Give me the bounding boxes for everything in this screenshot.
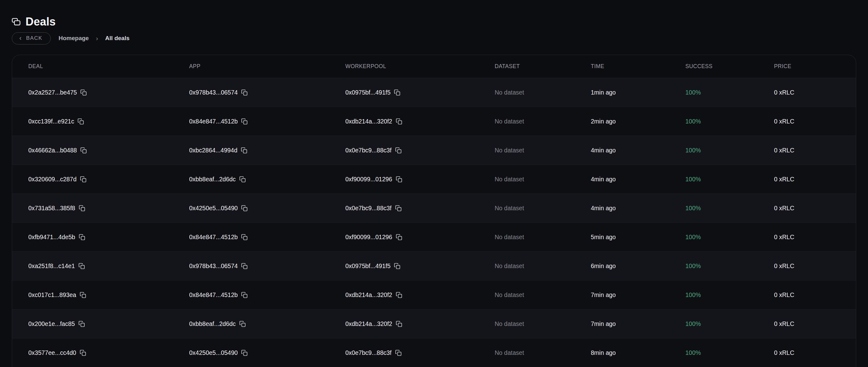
breadcrumb-separator: › <box>96 35 98 42</box>
copy-icon[interactable] <box>79 320 85 327</box>
workerpool-cell: 0xf90099...01296 <box>345 234 495 241</box>
copy-icon[interactable] <box>396 320 402 327</box>
workerpool-cell: 0x0975bf...491f5 <box>345 263 495 270</box>
workerpool-hash-link[interactable]: 0xdb214a...320f2 <box>345 118 392 125</box>
time-cell: 8min ago <box>591 349 685 357</box>
deal-cell: 0xc017c1...893ea <box>28 292 189 299</box>
copy-icon[interactable] <box>241 205 248 212</box>
copy-icon[interactable] <box>396 118 402 125</box>
copy-icon[interactable] <box>78 118 84 125</box>
copy-icon[interactable] <box>79 234 85 240</box>
nav-row: BACK Homepage › All deals <box>12 32 856 44</box>
copy-icon[interactable] <box>394 89 400 96</box>
app-hash-link[interactable]: 0x84e847...4512b <box>189 292 238 299</box>
table-row[interactable]: 0x46662a...b0488 0xbc2864...4994d 0x0e7b… <box>12 135 856 164</box>
copy-icon[interactable] <box>395 205 402 212</box>
copy-icon[interactable] <box>241 349 248 356</box>
deal-hash-link[interactable]: 0x2a2527...be475 <box>28 89 77 96</box>
price-cell: 0 xRLC <box>774 176 856 183</box>
copy-icon[interactable] <box>79 205 85 212</box>
breadcrumb-all-deals: All deals <box>105 35 129 42</box>
table-row[interactable]: 0x731a58...385f8 0x4250e5...05490 0x0e7b… <box>12 193 856 222</box>
price-cell: 0 xRLC <box>774 234 856 241</box>
table-row[interactable]: 0x200e1e...fac85 0xbb8eaf...2d6dc 0xdb21… <box>12 309 856 338</box>
app-hash-link[interactable]: 0x4250e5...05490 <box>189 349 238 357</box>
copy-icon[interactable] <box>241 89 248 96</box>
workerpool-hash-link[interactable]: 0xdb214a...320f2 <box>345 292 392 299</box>
workerpool-cell: 0xdb214a...320f2 <box>345 320 495 328</box>
app-cell: 0x84e847...4512b <box>189 292 345 299</box>
workerpool-cell: 0xdb214a...320f2 <box>345 118 495 125</box>
table-row[interactable]: 0x320609...c287d 0xbb8eaf...2d6dc 0xf900… <box>12 164 856 193</box>
table-row[interactable]: 0x2a2527...be475 0x978b43...06574 0x0975… <box>12 78 856 107</box>
dataset-cell: No dataset <box>495 292 591 299</box>
copy-icon[interactable] <box>239 176 246 183</box>
copy-icon[interactable] <box>241 263 248 269</box>
copy-icon[interactable] <box>241 234 248 240</box>
app-hash-link[interactable]: 0x84e847...4512b <box>189 118 238 125</box>
success-cell: 100% <box>685 234 774 241</box>
workerpool-hash-link[interactable]: 0x0e7bc9...88c3f <box>345 349 392 357</box>
back-button[interactable]: BACK <box>12 32 51 44</box>
success-cell: 100% <box>685 176 774 183</box>
copy-icon[interactable] <box>241 118 248 125</box>
workerpool-cell: 0xdb214a...320f2 <box>345 292 495 299</box>
deal-hash-link[interactable]: 0x46662a...b0488 <box>28 147 77 154</box>
copy-icon[interactable] <box>241 147 247 154</box>
copy-icon[interactable] <box>80 349 86 356</box>
copy-icon[interactable] <box>396 176 402 183</box>
copy-icon[interactable] <box>80 292 86 298</box>
app-hash-link[interactable]: 0x978b43...06574 <box>189 89 238 96</box>
app-hash-link[interactable]: 0x4250e5...05490 <box>189 205 238 212</box>
copy-icon[interactable] <box>80 147 87 154</box>
app-hash-link[interactable]: 0x978b43...06574 <box>189 263 238 270</box>
table-row[interactable]: 0xa251f8...c14e1 0x978b43...06574 0x0975… <box>12 251 856 280</box>
workerpool-hash-link[interactable]: 0xf90099...01296 <box>345 176 392 183</box>
copy-icon[interactable] <box>394 263 400 269</box>
table-row[interactable]: 0xc017c1...893ea 0x84e847...4512b 0xdb21… <box>12 280 856 309</box>
price-cell: 0 xRLC <box>774 89 856 96</box>
copy-icon[interactable] <box>241 292 248 298</box>
deal-hash-link[interactable]: 0xa251f8...c14e1 <box>28 263 75 270</box>
copy-icon[interactable] <box>395 349 402 356</box>
deal-hash-link[interactable]: 0x200e1e...fac85 <box>28 320 75 328</box>
dataset-cell: No dataset <box>495 147 591 154</box>
workerpool-hash-link[interactable]: 0x0e7bc9...88c3f <box>345 147 392 154</box>
table-row[interactable]: 0xcc139f...e921c 0x84e847...4512b 0xdb21… <box>12 107 856 135</box>
deal-hash-link[interactable]: 0x320609...c287d <box>28 176 76 183</box>
deal-cell: 0x2a2527...be475 <box>28 89 189 96</box>
table-row[interactable]: 0x3577ee...cc4d0 0x4250e5...05490 0x0e7b… <box>12 338 856 367</box>
app-hash-link[interactable]: 0x84e847...4512b <box>189 234 238 241</box>
workerpool-hash-link[interactable]: 0x0e7bc9...88c3f <box>345 205 392 212</box>
deal-hash-link[interactable]: 0xcc139f...e921c <box>28 118 74 125</box>
workerpool-hash-link[interactable]: 0xf90099...01296 <box>345 234 392 241</box>
app-hash-link[interactable]: 0xbb8eaf...2d6dc <box>189 320 236 328</box>
workerpool-hash-link[interactable]: 0x0975bf...491f5 <box>345 263 391 270</box>
copy-icon[interactable] <box>395 147 402 154</box>
workerpool-hash-link[interactable]: 0xdb214a...320f2 <box>345 320 392 328</box>
breadcrumb-homepage[interactable]: Homepage <box>59 35 89 42</box>
deal-hash-link[interactable]: 0xfb9471...4de5b <box>28 234 75 241</box>
dataset-cell: No dataset <box>495 234 591 241</box>
deal-hash-link[interactable]: 0x731a58...385f8 <box>28 205 75 212</box>
copy-icon[interactable] <box>80 176 87 183</box>
column-header-workerpool: WORKERPOOL <box>345 63 495 70</box>
deal-cell: 0xfb9471...4de5b <box>28 234 189 241</box>
workerpool-cell: 0x0e7bc9...88c3f <box>345 205 495 212</box>
deal-hash-link[interactable]: 0xc017c1...893ea <box>28 292 76 299</box>
copy-icon[interactable] <box>239 320 246 327</box>
app-hash-link[interactable]: 0xbb8eaf...2d6dc <box>189 176 236 183</box>
app-cell: 0x84e847...4512b <box>189 234 345 241</box>
copy-icon[interactable] <box>396 234 402 240</box>
app-hash-link[interactable]: 0xbc2864...4994d <box>189 147 237 154</box>
deal-cell: 0x200e1e...fac85 <box>28 320 189 328</box>
copy-icon[interactable] <box>79 263 85 269</box>
price-cell: 0 xRLC <box>774 320 856 328</box>
copy-icon[interactable] <box>396 292 402 298</box>
table-row[interactable]: 0xfb9471...4de5b 0x84e847...4512b 0xf900… <box>12 222 856 251</box>
workerpool-hash-link[interactable]: 0x0975bf...491f5 <box>345 89 391 96</box>
time-cell: 4min ago <box>591 176 685 183</box>
copy-icon[interactable] <box>80 89 87 96</box>
deal-hash-link[interactable]: 0x3577ee...cc4d0 <box>28 349 76 357</box>
chevron-left-icon <box>18 36 23 41</box>
